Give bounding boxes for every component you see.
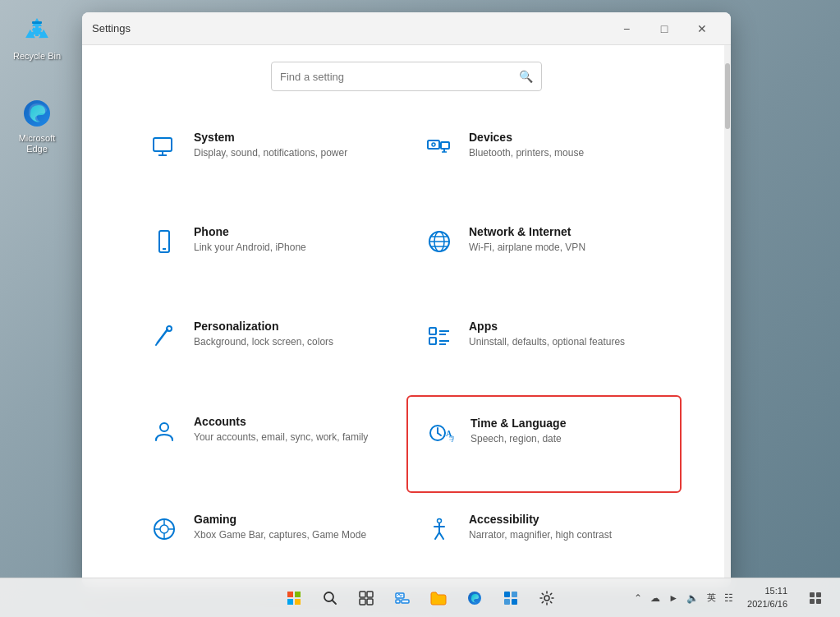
time-language-icon: A 字 xyxy=(425,417,457,449)
personalization-title: Personalization xyxy=(194,320,333,333)
devices-text: Devices Bluetooth, printers, mouse xyxy=(469,131,584,160)
svg-rect-69 xyxy=(810,592,815,597)
apps-icon xyxy=(423,320,456,352)
svg-point-22 xyxy=(167,326,172,331)
svg-rect-9 xyxy=(441,142,449,149)
search-input[interactable] xyxy=(280,71,519,83)
svg-rect-25 xyxy=(429,338,436,344)
recycle-bin-image xyxy=(21,15,53,48)
taskbar-settings-button[interactable] xyxy=(530,582,563,615)
settings-window: Settings − □ ✕ 🔍 System Displ xyxy=(82,12,731,587)
window-controls: − □ ✕ xyxy=(608,16,721,42)
notification-button[interactable] xyxy=(799,582,832,615)
network-title: Network & Internet xyxy=(469,225,585,238)
svg-rect-72 xyxy=(816,599,821,604)
store-button[interactable] xyxy=(494,582,527,615)
accessibility-text: Accessibility Narrator, magnifier, high … xyxy=(469,513,612,542)
time-language-title: Time & Language xyxy=(470,417,566,430)
phone-icon xyxy=(148,225,181,258)
keyboard-icon[interactable]: ☷ xyxy=(722,591,736,605)
taskbar-edge-button[interactable] xyxy=(458,582,491,615)
settings-item-personalization[interactable]: Personalization Background, lock screen,… xyxy=(131,300,406,394)
svg-line-52 xyxy=(332,600,336,604)
personalization-text: Personalization Background, lock screen,… xyxy=(194,320,333,349)
minimize-button[interactable]: − xyxy=(608,16,645,42)
svg-rect-53 xyxy=(360,592,365,597)
accounts-desc: Your accounts, email, sync, work, family xyxy=(194,431,368,444)
devices-title: Devices xyxy=(469,131,584,144)
sound-tray-icon[interactable]: ► xyxy=(666,591,681,605)
svg-point-30 xyxy=(160,423,168,431)
task-view-button[interactable] xyxy=(350,582,383,615)
microsoft-edge-desktop-icon[interactable]: Microsoft Edge xyxy=(4,90,70,161)
settings-item-accessibility[interactable]: Accessibility Narrator, magnifier, high … xyxy=(406,493,682,587)
svg-rect-24 xyxy=(429,328,436,334)
taskbar-search-button[interactable] xyxy=(314,582,347,615)
apps-text: Apps Uninstall, defaults, optional featu… xyxy=(469,320,625,349)
settings-item-accounts[interactable]: Accounts Your accounts, email, sync, wor… xyxy=(131,395,406,493)
settings-item-apps[interactable]: Apps Uninstall, defaults, optional featu… xyxy=(406,300,682,394)
system-text: System Display, sound, notifications, po… xyxy=(194,131,347,160)
svg-rect-55 xyxy=(360,599,365,605)
svg-line-46 xyxy=(439,532,443,539)
taskbar-center xyxy=(278,582,563,615)
accessibility-desc: Narrator, magnifier, high contrast xyxy=(469,528,612,542)
svg-rect-67 xyxy=(512,599,517,605)
time-language-desc: Speech, region, date xyxy=(470,432,566,446)
language-indicator[interactable]: 英 xyxy=(705,592,718,604)
start-button[interactable] xyxy=(278,582,310,615)
gaming-title: Gaming xyxy=(194,513,366,526)
apps-title: Apps xyxy=(469,320,625,333)
file-explorer-button[interactable] xyxy=(422,582,455,615)
svg-rect-3 xyxy=(32,21,42,24)
close-button[interactable]: ✕ xyxy=(683,16,721,42)
settings-item-network[interactable]: Network & Internet Wi-Fi, airplane mode,… xyxy=(406,205,682,300)
recycle-bin-label: Recycle Bin xyxy=(13,51,61,62)
svg-rect-70 xyxy=(816,592,821,597)
time-language-text: Time & Language Speech, region, date xyxy=(470,417,566,446)
system-title: System xyxy=(194,131,347,144)
search-icon: 🔍 xyxy=(519,70,533,83)
settings-grid: System Display, sound, notifications, po… xyxy=(82,111,731,587)
widgets-button[interactable] xyxy=(386,582,419,615)
gaming-text: Gaming Xbox Game Bar, captures, Game Mod… xyxy=(194,513,366,542)
search-area: 🔍 xyxy=(82,45,731,111)
svg-rect-64 xyxy=(504,592,510,597)
svg-line-23 xyxy=(156,343,158,345)
personalization-icon xyxy=(148,320,181,352)
accessibility-title: Accessibility xyxy=(469,513,612,526)
network-icon xyxy=(423,225,456,258)
system-desc: Display, sound, notifications, power xyxy=(194,146,347,160)
personalization-desc: Background, lock screen, colors xyxy=(194,335,333,349)
settings-item-phone[interactable]: Phone Link your Android, iPhone xyxy=(131,205,406,300)
svg-rect-66 xyxy=(504,599,510,605)
svg-rect-8 xyxy=(428,140,439,149)
svg-rect-54 xyxy=(367,592,373,597)
volume-icon[interactable]: 🔈 xyxy=(684,591,701,605)
network-tray-icon[interactable]: ☁ xyxy=(648,591,663,605)
svg-rect-47 xyxy=(287,592,293,597)
settings-item-time-language[interactable]: A 字 Time & Language Speech, region, date xyxy=(406,395,682,493)
svg-rect-5 xyxy=(154,138,172,151)
settings-item-system[interactable]: System Display, sound, notifications, po… xyxy=(131,111,406,205)
search-box[interactable]: 🔍 xyxy=(271,62,542,91)
tray-expand-icon[interactable]: ⌃ xyxy=(631,591,645,605)
settings-item-gaming[interactable]: Gaming Xbox Game Bar, captures, Game Mod… xyxy=(131,493,406,587)
scrollbar-thumb[interactable] xyxy=(725,63,730,129)
scrollbar-track[interactable] xyxy=(724,45,731,587)
svg-rect-65 xyxy=(512,592,517,597)
svg-rect-58 xyxy=(396,600,400,603)
svg-rect-49 xyxy=(287,599,293,605)
microsoft-edge-image xyxy=(21,97,53,130)
settings-item-devices[interactable]: Devices Bluetooth, printers, mouse xyxy=(406,111,682,205)
accounts-text: Accounts Your accounts, email, sync, wor… xyxy=(194,415,368,444)
microsoft-edge-label: Microsoft Edge xyxy=(7,133,67,154)
phone-title: Phone xyxy=(194,225,306,238)
svg-point-37 xyxy=(160,525,168,533)
clock-time: 15:11 xyxy=(764,585,787,597)
maximize-button[interactable]: □ xyxy=(645,16,683,42)
recycle-bin-icon[interactable]: Recycle Bin xyxy=(4,8,70,68)
taskbar-clock[interactable]: 15:11 2021/6/16 xyxy=(742,583,792,612)
phone-desc: Link your Android, iPhone xyxy=(194,241,306,255)
accounts-icon xyxy=(148,415,181,448)
